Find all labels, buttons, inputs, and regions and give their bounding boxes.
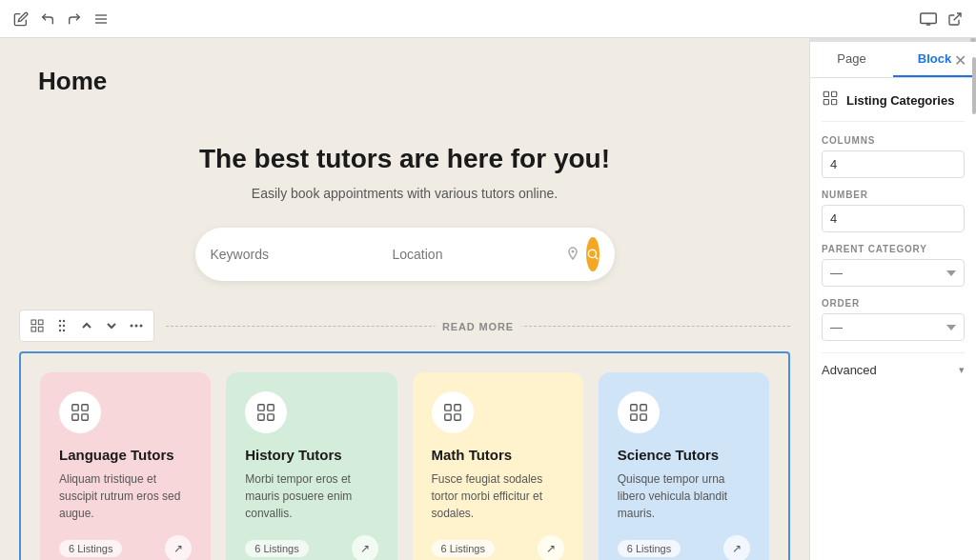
- search-keyword-input[interactable]: [211, 247, 377, 262]
- svg-point-16: [63, 325, 65, 327]
- svg-rect-3: [921, 13, 937, 24]
- block-toolbar: [19, 310, 154, 342]
- svg-rect-27: [268, 405, 274, 410]
- svg-rect-25: [82, 414, 88, 420]
- categories-wrapper: Language Tutors Aliquam tristique et sus…: [19, 351, 790, 560]
- math-icon-wrap: [432, 391, 474, 433]
- svg-line-5: [954, 13, 961, 20]
- categories-grid: Language Tutors Aliquam tristique et sus…: [40, 372, 769, 560]
- block-type-icon[interactable]: [26, 314, 49, 337]
- science-icon-wrap: [618, 391, 660, 433]
- svg-rect-36: [631, 414, 637, 420]
- columns-field-group: COLUMNS: [822, 135, 965, 178]
- undo-button[interactable]: [38, 10, 57, 29]
- close-panel-button[interactable]: ✕: [954, 50, 966, 69]
- category-card-history[interactable]: History Tutors Morbi tempor eros et maur…: [226, 372, 396, 560]
- category-card-science[interactable]: Science Tutors Quisque tempor urna liber…: [599, 372, 769, 560]
- science-listings-badge: 6 Listings: [618, 540, 681, 557]
- order-label: ORDER: [822, 298, 965, 309]
- external-link-button[interactable]: [946, 10, 965, 29]
- columns-label: COLUMNS: [822, 135, 965, 146]
- svg-line-8: [595, 257, 598, 260]
- language-icon-wrap: [59, 391, 101, 433]
- list-view-button[interactable]: [92, 10, 111, 29]
- svg-rect-22: [72, 405, 78, 410]
- svg-rect-38: [824, 91, 828, 96]
- svg-rect-12: [38, 327, 43, 331]
- svg-point-17: [59, 330, 61, 331]
- math-tutors-footer: 6 Listings ↗: [432, 535, 564, 560]
- svg-rect-23: [82, 405, 88, 410]
- math-arrow-button[interactable]: ↗: [538, 535, 564, 560]
- hero-heading: The best tutors are here for you!: [19, 144, 790, 174]
- canvas-area: Home The best tutors are here for you! E…: [0, 38, 809, 560]
- svg-rect-28: [258, 414, 264, 420]
- columns-input[interactable]: [822, 150, 965, 178]
- svg-point-19: [131, 325, 133, 328]
- svg-rect-30: [444, 405, 450, 410]
- svg-rect-11: [31, 327, 36, 331]
- svg-rect-40: [824, 100, 828, 105]
- svg-rect-39: [832, 91, 837, 96]
- page-title: Home: [38, 67, 790, 96]
- parent-category-select[interactable]: —: [822, 259, 965, 287]
- science-tutors-footer: 6 Listings ↗: [618, 535, 750, 560]
- category-card-math[interactable]: Math Tutors Fusce feugiat sodales tortor…: [413, 372, 583, 560]
- science-arrow-button[interactable]: ↗: [723, 535, 750, 560]
- language-arrow-button[interactable]: ↗: [165, 535, 192, 560]
- history-icon-wrap: [245, 391, 287, 433]
- svg-point-14: [63, 320, 65, 322]
- block-name-label: Listing Categories: [846, 93, 954, 108]
- order-field-group: ORDER —: [822, 298, 965, 341]
- language-tutors-title: Language Tutors: [59, 447, 192, 463]
- edit-icon[interactable]: [11, 10, 30, 29]
- drag-handle[interactable]: [51, 314, 73, 337]
- svg-point-6: [571, 250, 574, 252]
- search-location-input[interactable]: [393, 247, 559, 262]
- svg-rect-9: [31, 320, 36, 325]
- number-label: NUMBER: [822, 190, 965, 200]
- move-down-button[interactable]: [100, 314, 123, 337]
- advanced-toggle[interactable]: Advanced ▾: [822, 352, 965, 387]
- block-icon: [822, 90, 839, 111]
- tab-page[interactable]: Page: [810, 42, 893, 77]
- svg-rect-33: [454, 414, 459, 420]
- language-tutors-desc: Aliquam tristique et suscipit rutrum ero…: [59, 470, 192, 522]
- parent-category-label: PARENT CATEGORY: [822, 244, 965, 254]
- svg-rect-31: [454, 405, 459, 410]
- category-card-language[interactable]: Language Tutors Aliquam tristique et sus…: [40, 372, 211, 560]
- svg-rect-26: [258, 405, 264, 410]
- redo-button[interactable]: [65, 10, 84, 29]
- svg-rect-37: [640, 414, 646, 420]
- history-tutors-footer: 6 Listings ↗: [245, 535, 377, 560]
- desktop-view-button[interactable]: [919, 10, 938, 29]
- hero-section: The best tutors are here for you! Easily…: [19, 125, 790, 310]
- svg-rect-32: [444, 414, 450, 420]
- svg-rect-24: [72, 414, 78, 420]
- block-header: Listing Categories: [822, 90, 965, 122]
- search-button[interactable]: [586, 237, 600, 271]
- panel-content: Listing Categories COLUMNS NUMBER PARENT…: [810, 78, 976, 560]
- more-options-button[interactable]: [125, 314, 148, 337]
- hero-subtext: Easily book appointments with various tu…: [19, 186, 790, 201]
- right-panel: Page Block ✕ Listing Categories: [809, 38, 976, 560]
- advanced-label: Advanced: [822, 363, 877, 377]
- svg-point-15: [59, 325, 61, 327]
- toolbar: [0, 0, 976, 38]
- history-arrow-button[interactable]: ↗: [352, 535, 378, 560]
- svg-point-7: [588, 250, 596, 257]
- language-tutors-footer: 6 Listings ↗: [59, 535, 192, 560]
- move-up-button[interactable]: [75, 314, 98, 337]
- search-bar: [195, 228, 615, 281]
- location-icon: [567, 247, 579, 263]
- number-input[interactable]: [822, 205, 965, 232]
- language-listings-badge: 6 Listings: [59, 540, 122, 557]
- order-select[interactable]: —: [822, 313, 965, 341]
- science-tutors-desc: Quisque tempor urna libero vehicula blan…: [618, 470, 750, 522]
- svg-point-13: [59, 320, 61, 322]
- history-tutors-desc: Morbi tempor eros et mauris posuere enim…: [245, 470, 377, 522]
- panel-tabs: Page Block ✕: [810, 42, 976, 78]
- number-field-group: NUMBER: [822, 190, 965, 232]
- svg-rect-41: [832, 100, 837, 105]
- svg-rect-29: [268, 414, 274, 420]
